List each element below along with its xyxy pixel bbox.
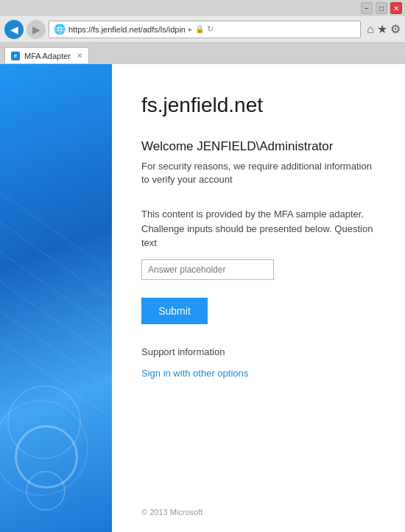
close-button[interactable]: ✕	[390, 2, 402, 14]
main-content: fs.jenfield.net Welcome JENFIELD\Adminis…	[112, 64, 405, 532]
site-title: fs.jenfield.net	[141, 94, 376, 117]
tab-label: MFA Adapter	[24, 52, 71, 60]
active-tab[interactable]: e MFA Adapter ✕	[4, 47, 89, 63]
tab-close-button[interactable]: ✕	[77, 52, 82, 60]
forward-button[interactable]: ▶	[27, 20, 46, 39]
support-info: Support information	[141, 346, 376, 357]
footer: © 2013 Microsoft	[141, 490, 376, 518]
nav-bar: ◀ ▶ 🌐 https://fs.jenfield.net/adfs/ls/id…	[0, 16, 405, 43]
sidebar-decoration	[0, 138, 112, 532]
security-text: For security reasons, we require additio…	[141, 160, 376, 186]
address-bar[interactable]: 🌐 https://fs.jenfield.net/adfs/ls/idpin …	[49, 21, 361, 38]
title-bar: − □ ✕	[0, 0, 405, 16]
favorites-icon[interactable]: ★	[377, 22, 387, 36]
back-button[interactable]: ◀	[4, 20, 24, 39]
settings-icon[interactable]: ⚙	[390, 22, 401, 36]
tab-bar: e MFA Adapter ✕	[0, 43, 405, 63]
sidebar	[0, 64, 112, 532]
ie-logo-icon: 🌐	[54, 24, 66, 35]
mfa-description: This content is provided by the MFA samp…	[141, 207, 376, 251]
submit-button[interactable]: Submit	[141, 298, 208, 324]
browser-toolbar: ⌂ ★ ⚙	[367, 22, 401, 36]
address-separator: ▸	[189, 25, 192, 33]
url-text: https://fs.jenfield.net/adfs/ls/idpin	[68, 25, 186, 34]
home-icon[interactable]: ⌂	[367, 23, 374, 36]
browser-body: fs.jenfield.net Welcome JENFIELD\Adminis…	[0, 64, 405, 532]
tab-favicon: e	[11, 52, 20, 60]
answer-input[interactable]	[141, 259, 274, 280]
sign-in-other-options-link[interactable]: Sign in with other options	[141, 368, 376, 379]
address-lock-icon: 🔒	[195, 25, 204, 33]
footer-copyright: © 2013 Microsoft	[141, 508, 202, 517]
minimize-button[interactable]: −	[361, 2, 373, 14]
welcome-heading: Welcome JENFIELD\Administrator	[141, 139, 376, 154]
address-refresh-icon: ↻	[207, 24, 214, 34]
restore-button[interactable]: □	[376, 2, 387, 14]
